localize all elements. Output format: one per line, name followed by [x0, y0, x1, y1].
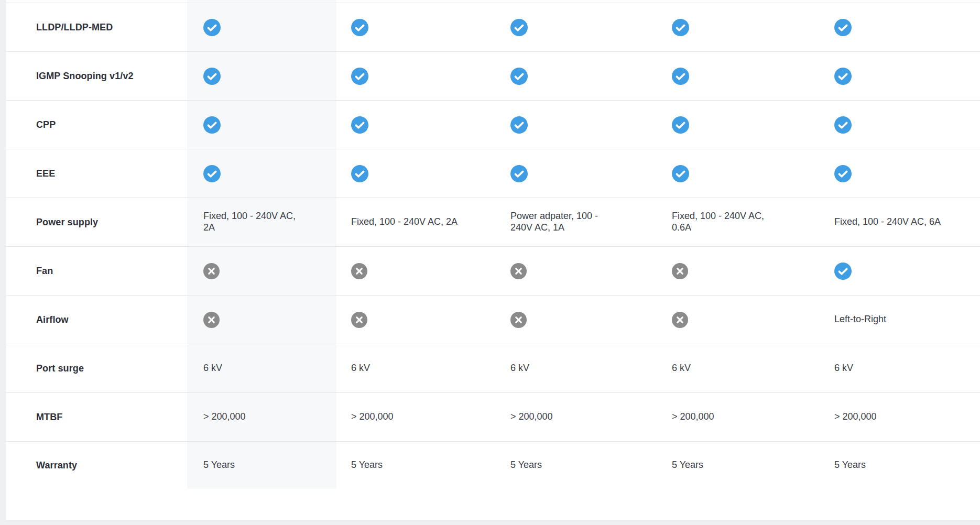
cell-value: 6 kV [510, 363, 529, 374]
cell-value: Fixed, 100 - 240V AC, 6A [834, 216, 941, 228]
cell-value: > 200,000 [510, 411, 553, 423]
feature-cell: Fixed, 100 - 240V AC, 6A [820, 198, 980, 246]
cell-value: 5 Years [834, 460, 866, 471]
feature-label: Airflow [6, 296, 187, 344]
feature-cell [336, 149, 497, 198]
cell-value: > 200,000 [351, 411, 394, 423]
feature-label: Power supply [6, 198, 187, 246]
feature-row: Airflow Left-to-Right [6, 296, 980, 344]
check-icon [834, 262, 852, 280]
cell-value: 5 Years [672, 460, 703, 471]
feature-cell [820, 52, 980, 100]
feature-cell [336, 296, 497, 344]
feature-cell: 5 Years [187, 442, 336, 489]
cross-icon [203, 263, 220, 279]
feature-cell: > 200,000 [497, 393, 659, 441]
cross-icon [203, 312, 220, 328]
feature-cell [659, 247, 820, 295]
feature-cell: Fixed, 100 - 240V AC, 0.6A [659, 198, 820, 246]
feature-cell [187, 296, 336, 344]
cross-icon [351, 312, 367, 328]
feature-cell [336, 3, 497, 51]
cross-icon [672, 312, 688, 328]
feature-label: Port surge [6, 344, 187, 392]
feature-cell [497, 296, 659, 344]
feature-cell [187, 149, 336, 198]
feature-cell [187, 52, 336, 100]
feature-cell [659, 149, 820, 198]
feature-label: IGMP Snooping v1/v2 [6, 52, 187, 100]
feature-cell [659, 296, 820, 344]
feature-cell: > 200,000 [336, 393, 497, 441]
feature-cell [336, 52, 497, 100]
cell-value: 6 kV [203, 363, 222, 374]
feature-cell: 6 kV [659, 344, 820, 392]
feature-label: MTBF [6, 393, 187, 441]
comparison-table-body: LLDP/LLDP-MED IGMP Snooping v1/v2 CPP [6, 3, 980, 489]
check-icon [351, 68, 368, 85]
cell-value: Left-to-Right [834, 314, 886, 325]
check-icon [203, 19, 221, 36]
check-icon [834, 165, 852, 182]
cell-value: 5 Years [203, 460, 235, 471]
feature-cell: Fixed, 100 - 240V AC, 2A [336, 198, 497, 246]
cell-value: > 200,000 [203, 411, 246, 423]
cell-value: 5 Years [351, 460, 383, 471]
feature-cell: 6 kV [820, 344, 980, 392]
check-icon [672, 165, 689, 182]
check-icon [203, 68, 221, 85]
feature-cell [187, 247, 336, 295]
feature-row: LLDP/LLDP-MED [6, 3, 980, 52]
feature-cell: 6 kV [336, 344, 497, 392]
check-icon [672, 116, 689, 134]
feature-cell: Power adpater, 100 - 240V AC, 1A [497, 198, 659, 246]
check-icon [834, 19, 852, 36]
feature-cell [820, 247, 980, 295]
cell-value: 5 Years [510, 460, 542, 471]
comparison-table-container: LLDP/LLDP-MED IGMP Snooping v1/v2 CPP [6, 0, 980, 520]
feature-cell: 6 kV [187, 344, 336, 392]
feature-label: EEE [6, 149, 187, 198]
check-icon [203, 116, 221, 134]
feature-cell [336, 101, 497, 149]
feature-row: CPP [6, 101, 980, 149]
cell-value: Fixed, 100 - 240V AC, 2A [203, 211, 297, 234]
cell-value: 6 kV [672, 363, 691, 374]
feature-cell: 5 Years [336, 442, 497, 489]
cross-icon [351, 263, 367, 279]
feature-label: Warranty [6, 442, 187, 489]
cell-value: 6 kV [834, 363, 853, 374]
feature-cell [820, 149, 980, 198]
feature-cell [659, 101, 820, 149]
feature-cell [497, 52, 659, 100]
check-icon [672, 19, 689, 36]
feature-row: Power supplyFixed, 100 - 240V AC, 2AFixe… [6, 198, 980, 247]
feature-row: MTBF> 200,000> 200,000> 200,000> 200,000… [6, 393, 980, 442]
feature-cell: Left-to-Right [820, 296, 980, 344]
feature-row: EEE [6, 149, 980, 198]
cell-value: > 200,000 [834, 411, 877, 423]
feature-label: CPP [6, 101, 187, 149]
feature-cell: 5 Years [659, 442, 820, 489]
feature-cell [820, 3, 980, 51]
check-icon [834, 68, 852, 85]
check-icon [203, 165, 221, 182]
feature-row: Fan [6, 247, 980, 296]
check-icon [672, 68, 689, 85]
check-icon [510, 165, 528, 182]
feature-cell [497, 3, 659, 51]
check-icon [510, 116, 528, 134]
cross-icon [510, 312, 527, 328]
cell-value: > 200,000 [672, 411, 714, 423]
check-icon [510, 68, 528, 85]
feature-cell [336, 247, 497, 295]
feature-row: IGMP Snooping v1/v2 [6, 52, 980, 101]
cell-value: 6 kV [351, 363, 370, 374]
feature-row: Warranty5 Years5 Years5 Years5 Years5 Ye… [6, 442, 980, 489]
feature-cell [659, 52, 820, 100]
feature-cell [659, 3, 820, 51]
cell-value: Fixed, 100 - 240V AC, 2A [351, 216, 458, 228]
feature-cell [497, 149, 659, 198]
feature-cell: > 200,000 [820, 393, 980, 441]
feature-cell [187, 101, 336, 149]
